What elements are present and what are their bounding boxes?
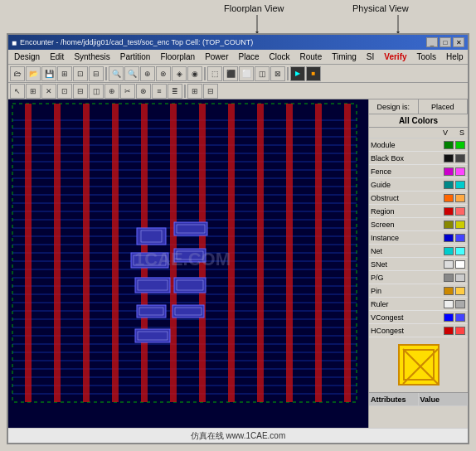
tb2-b3[interactable]: ✕	[41, 84, 56, 99]
tb2-b1[interactable]: ↖	[10, 84, 25, 99]
color-row-instance: Instance	[369, 231, 468, 245]
attributes-table: Attributes Value	[369, 392, 468, 406]
color-v-snet[interactable]	[444, 260, 454, 269]
color-v-region[interactable]	[444, 207, 454, 216]
close-button[interactable]: ✕	[453, 37, 464, 47]
color-v-instance[interactable]	[444, 234, 454, 242]
tb-b11[interactable]: ⊠	[270, 66, 285, 81]
color-s-hcongest[interactable]	[455, 327, 465, 335]
tb2-b5[interactable]: ⊟	[73, 84, 88, 99]
menu-place[interactable]: Place	[234, 51, 263, 62]
tb-b9[interactable]: ⬜	[239, 66, 254, 81]
color-v-module[interactable]	[444, 141, 454, 149]
tb2-b9[interactable]: ⊗	[136, 84, 151, 99]
tb2-b13[interactable]: ⊟	[203, 84, 218, 99]
tb-new[interactable]: 🗁	[10, 66, 25, 81]
color-v-fence[interactable]	[444, 167, 454, 176]
v-header: V	[443, 129, 448, 137]
tb-b10[interactable]: ◫	[255, 66, 270, 81]
color-s-vcongest[interactable]	[455, 313, 465, 322]
menu-si[interactable]: SI	[362, 51, 378, 62]
color-label-fence: Fence	[371, 167, 443, 176]
minimize-button[interactable]: _	[426, 37, 438, 47]
color-v-net[interactable]	[444, 247, 454, 255]
color-s-module[interactable]	[455, 141, 465, 149]
title-bar: ■ Encounter - /home/jddjig01/cad_test/so…	[8, 35, 468, 50]
menu-route[interactable]: Route	[296, 51, 327, 62]
color-s-snet[interactable]	[455, 260, 465, 269]
color-s-pin[interactable]	[455, 287, 465, 295]
tb-b6[interactable]: ◉	[187, 66, 202, 81]
s-header: S	[459, 129, 464, 137]
tb-zoom-in[interactable]: 🔍	[109, 66, 124, 81]
menu-floorplan[interactable]: Floorplan	[156, 51, 199, 62]
color-row-vcongest: VCongest	[369, 311, 468, 324]
maximize-button[interactable]: □	[440, 37, 451, 47]
tb-open[interactable]: 📂	[26, 66, 41, 81]
color-v-vcongest[interactable]	[444, 313, 454, 322]
tb-fit[interactable]: ⊕	[140, 66, 155, 81]
color-s-fence[interactable]	[455, 167, 465, 176]
color-row-hcongest: HCongest	[369, 324, 468, 337]
menu-timing[interactable]: Timing	[328, 51, 361, 62]
design-is-label: Design is:	[369, 99, 419, 114]
tb-b7[interactable]: ⬚	[207, 66, 222, 81]
tb-b3[interactable]: ⊟	[89, 66, 104, 81]
color-s-pg[interactable]	[455, 274, 465, 282]
menu-clock[interactable]: Clock	[265, 51, 294, 62]
menu-partition[interactable]: Partition	[116, 51, 155, 62]
color-v-guide[interactable]	[444, 181, 454, 189]
color-label-obstruct: Obstruct	[371, 194, 443, 202]
tb-b1[interactable]: ⊞	[57, 66, 72, 81]
menu-tools[interactable]: Tools	[413, 51, 440, 62]
color-v-obstruct[interactable]	[444, 194, 454, 202]
tb-save[interactable]: 💾	[41, 66, 56, 81]
tb2-b2[interactable]: ⊞	[26, 84, 41, 99]
tb2-b8[interactable]: ✂	[120, 84, 135, 99]
tb-b8[interactable]: ⬛	[223, 66, 238, 81]
svg-rect-66	[172, 305, 204, 318]
color-v-pin[interactable]	[444, 287, 454, 295]
content-area: 1CAE.COM Design is: Placed All Colors V …	[8, 99, 468, 428]
tb-b2[interactable]: ⊡	[73, 66, 88, 81]
tb2-b12[interactable]: ⊞	[187, 84, 202, 99]
color-s-screen[interactable]	[455, 221, 465, 229]
color-s-net[interactable]	[455, 247, 465, 255]
color-v-screen[interactable]	[444, 221, 454, 229]
tb-b13[interactable]: ■	[306, 66, 321, 81]
color-row-ruler: Ruler	[369, 298, 468, 311]
svg-rect-50	[315, 104, 322, 402]
window-title: Encounter - /home/jddjig01/cad_test/soc_…	[20, 38, 426, 46]
menu-edit[interactable]: Edit	[46, 51, 68, 62]
color-v-hcongest[interactable]	[444, 327, 454, 335]
menu-synthesis[interactable]: Synthesis	[70, 51, 114, 62]
color-label-pg: P/G	[371, 274, 443, 282]
color-s-region[interactable]	[455, 207, 465, 216]
tb2-b6[interactable]: ◫	[89, 84, 104, 99]
menu-power[interactable]: Power	[201, 51, 232, 62]
color-s-obstruct[interactable]	[455, 194, 465, 202]
color-v-ruler[interactable]	[444, 300, 454, 308]
svg-rect-62	[174, 278, 206, 293]
color-s-blackbox[interactable]	[455, 154, 465, 162]
color-s-instance[interactable]	[455, 234, 465, 242]
color-label-vcongest: VCongest	[371, 313, 443, 322]
pcb-canvas-area[interactable]: 1CAE.COM	[8, 99, 368, 428]
color-s-ruler[interactable]	[455, 300, 465, 308]
tb-b5[interactable]: ◈	[172, 66, 187, 81]
menu-verify[interactable]: Verify	[380, 51, 410, 62]
menu-help[interactable]: Help	[442, 51, 468, 62]
color-label-hcongest: HCongest	[371, 327, 443, 335]
tb-b4[interactable]: ⊗	[156, 66, 171, 81]
color-label-guide: Guide	[371, 181, 443, 189]
menu-design[interactable]: Design	[10, 51, 44, 62]
color-s-guide[interactable]	[455, 181, 465, 189]
tb2-b11[interactable]: ≣	[168, 84, 182, 99]
tb2-b4[interactable]: ⊡	[57, 84, 72, 99]
tb-b12[interactable]: ▶	[290, 66, 305, 81]
tb2-b7[interactable]: ⊕	[104, 84, 119, 99]
tb-zoom-out[interactable]: 🔍	[124, 66, 139, 81]
color-v-pg[interactable]	[444, 274, 454, 282]
tb2-b10[interactable]: ≡	[152, 84, 167, 99]
color-v-blackbox[interactable]	[444, 154, 454, 162]
